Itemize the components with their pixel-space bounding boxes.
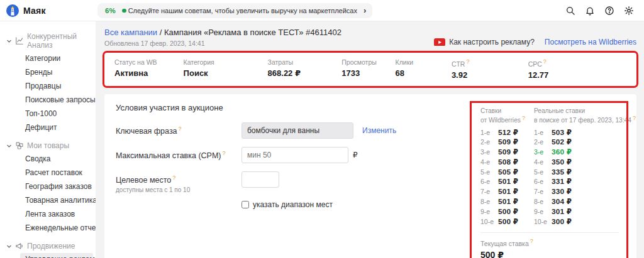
bid-row: 1-е 512 ₽ <box>480 128 525 138</box>
stat-label: Категория <box>184 58 268 66</box>
bid-value: 502 ₽ <box>552 137 572 146</box>
sidebar-item[interactable]: Еженедельные отчеты <box>20 222 93 234</box>
current-bid-value: 500 ₽ <box>480 250 619 258</box>
sidebar-section: Конкурентный Анализ Категории Бренды Про… <box>0 30 96 134</box>
sidebar-item[interactable]: Поисковые запросы <box>20 94 93 106</box>
help-icon[interactable]: ? <box>179 126 182 132</box>
search-icon[interactable] <box>565 6 575 16</box>
bid-row: 8-е 501 ₽ <box>480 197 525 207</box>
change-keyword-link[interactable]: Изменить <box>362 122 396 135</box>
sidebar-item[interactable]: Дефицит <box>20 121 93 134</box>
bid-row: 1-е 503 ₽ <box>534 128 636 138</box>
sidebar-item[interactable]: Продавцы <box>20 80 93 92</box>
bid-position: 8-е <box>480 198 498 205</box>
sidebar-item[interactable]: Сводка <box>20 153 93 165</box>
bid-value: 512 ₽ <box>498 128 518 137</box>
cpm-label: Максимальная ставка (CPM)? <box>116 147 242 160</box>
help-icon[interactable]: ? <box>172 175 175 181</box>
sidebar-item[interactable]: География заказов <box>20 180 93 193</box>
sidebar-item[interactable]: Бренды <box>20 66 93 78</box>
bid-value: 501 ₽ <box>498 187 518 196</box>
bid-position: 3-е <box>534 148 552 156</box>
sidebar-item[interactable]: Управление рекламой new <box>20 253 93 258</box>
target-place-input[interactable] <box>242 171 279 188</box>
advice-banner[interactable]: 6% Следуйте нашим советам, чтобы увеличи… <box>97 3 372 18</box>
bid-row: 9-е 301 ₽ <box>534 207 636 217</box>
real-bids-column: Реальные ставки в поиске от 17 февр. 202… <box>534 107 636 227</box>
help-icon[interactable]: ? <box>522 115 525 121</box>
bid-row: 4-е 508 ₽ <box>480 158 525 168</box>
sidebar-section-header[interactable]: Продвижение <box>0 240 96 252</box>
bid-value: 508 ₽ <box>498 158 518 166</box>
help-icon[interactable]: ? <box>466 58 469 65</box>
cpm-input[interactable] <box>242 147 348 163</box>
bid-value: 505 ₽ <box>498 168 518 176</box>
sidebar-section-header[interactable]: Конкурентный Анализ <box>0 30 96 51</box>
sidebar-section-items: Категории Бренды Продавцы Поисковые запр… <box>0 51 96 134</box>
app-logo[interactable]: Маяк <box>0 4 96 17</box>
bid-position: 7-е <box>480 188 498 195</box>
sidebar-item[interactable]: Лента заказов <box>20 208 93 220</box>
stat-value: 868.22 ₽ <box>268 68 342 78</box>
chevron-down-icon <box>6 38 12 44</box>
bid-value: 304 ₽ <box>552 197 572 206</box>
youtube-icon <box>434 38 445 46</box>
bid-position: 6-е <box>534 178 552 185</box>
help-icon[interactable]: ? <box>530 238 533 244</box>
bid-row: 3-е 360 ₽ <box>534 148 636 158</box>
updated-timestamp: Обновлена 17 февр. 2023, 14:41 <box>104 40 341 47</box>
breadcrumb-link-all-campaigns[interactable]: Все кампании <box>104 28 157 37</box>
stat-value: 3.92 <box>452 70 528 80</box>
sidebar-item[interactable]: Категории <box>20 52 93 65</box>
sidebar-item[interactable]: Расчет поставок <box>20 166 93 179</box>
sidebar-item-label: Товарная аналитика <box>25 196 96 205</box>
bid-position: 10-е <box>480 218 498 225</box>
bell-icon[interactable] <box>585 6 595 16</box>
campaign-stats-card: Статус на WB Активна Категория Поиск Зат… <box>104 53 636 86</box>
stat-column: CPC? 12.77 <box>528 58 589 80</box>
bid-row: 9-е 500 ₽ <box>480 207 525 217</box>
keyword-input[interactable] <box>242 122 353 139</box>
bid-row: 2-е 509 ₽ <box>480 137 525 148</box>
help-icon[interactable]: ? <box>633 115 636 121</box>
bid-row: 6-е 331 ₽ <box>534 177 636 187</box>
sidebar-item-label: Еженедельные отчеты <box>25 223 96 232</box>
advice-message: Следуйте нашим советам, чтобы увеличить … <box>128 7 357 14</box>
sidebar-item[interactable]: Топ-1000 <box>20 107 93 120</box>
stat-column: Затраты 868.22 ₽ <box>268 58 342 80</box>
stat-value: 68 <box>396 68 452 78</box>
sidebar-item-label: Дефицит <box>25 123 57 132</box>
sidebar-section-header[interactable]: Мои товары <box>0 139 96 152</box>
bid-value: 503 ₽ <box>552 128 572 137</box>
gear-icon[interactable] <box>624 6 634 16</box>
bid-position: 4-е <box>480 158 498 166</box>
sidebar-item-label: Бренды <box>25 68 52 77</box>
sidebar-item[interactable]: Товарная аналитика <box>20 194 93 207</box>
wb-bids-header: Ставки от Wildberries? <box>480 107 525 124</box>
help-icon[interactable]: ? <box>543 58 547 65</box>
lighthouse-logo-icon <box>6 4 19 17</box>
view-on-wildberries-link[interactable]: Посмотреть на Wildberries <box>545 38 636 46</box>
stat-label: Статус на WB <box>114 58 184 66</box>
stat-column: Статус на WB Активна <box>114 58 184 80</box>
help-icon[interactable]: ? <box>223 150 226 156</box>
bid-row: 4-е 350 ₽ <box>534 158 636 168</box>
stat-value: Активна <box>114 68 184 78</box>
how-to-setup-ads-link[interactable]: Как настроить рекламу? <box>434 38 535 46</box>
stat-label: CPC? <box>528 58 589 68</box>
current-bid-label: Текущая ставка? <box>480 238 619 247</box>
sidebar-sections: Конкурентный Анализ Категории Бренды Про… <box>0 30 96 258</box>
help-circle-icon[interactable] <box>604 6 614 16</box>
range-checkbox[interactable] <box>242 201 249 208</box>
wb-bids-column: Ставки от Wildberries? 1-е 512 ₽ 2-е 509… <box>480 107 525 227</box>
divider <box>480 232 619 233</box>
chevron-down-icon <box>6 244 12 249</box>
stat-value: 12.77 <box>528 70 589 80</box>
bid-row: 10-е 500 ₽ <box>480 217 525 227</box>
bid-value: 350 ₽ <box>552 158 572 166</box>
bid-position: 7-е <box>534 188 552 195</box>
products-icon <box>15 141 24 150</box>
sidebar-section-items: Управление рекламой new Расширение запро… <box>0 252 96 258</box>
sidebar-section-label: Продвижение <box>27 242 75 250</box>
sidebar-item-label: Расчет поставок <box>25 168 82 177</box>
